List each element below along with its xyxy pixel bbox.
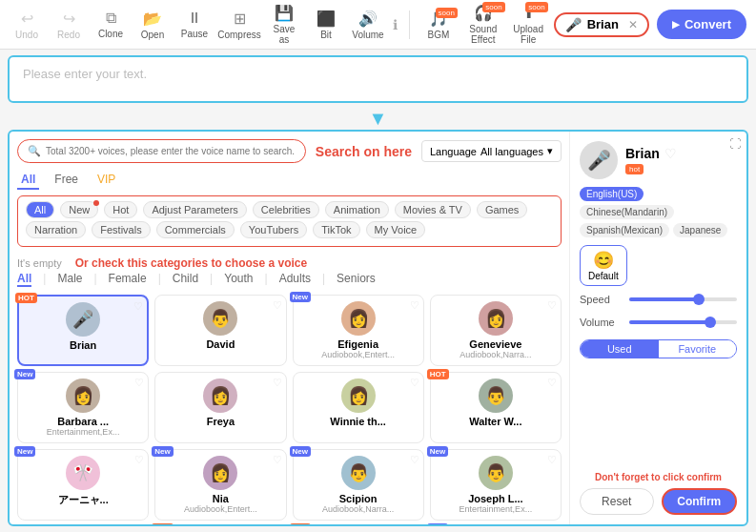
tabs-row: All Free VIP [17,171,562,190]
volume-button[interactable]: 🔊 Volume [351,10,385,40]
open-button[interactable]: 📂 Open [135,10,170,40]
heart-icon[interactable]: ♡ [273,454,282,466]
heart-icon[interactable]: ♡ [410,454,419,466]
upload-file-button[interactable]: soon ⬆ Upload File [511,4,546,45]
voice-grid: HOT 🎤 ♡ Brian 👨 ♡ David New 👩 ♡ Efigenia… [17,295,562,524]
tab-vip[interactable]: VIP [93,171,119,190]
lang-spanish[interactable]: Spanish(Mexican) [580,223,669,237]
gender-row: All | Male | Female | Child | Youth | Ad… [17,272,562,287]
cat-festivals[interactable]: Festivals [92,221,150,238]
voice-card-winnie[interactable]: 👩 ♡ Winnie th... [293,372,424,443]
cat-adjust[interactable]: Adjust Parameters [143,201,246,218]
heart-icon[interactable]: ♡ [547,299,557,312]
style-default[interactable]: 😊 Default [580,245,627,286]
voice-close-icon[interactable]: ✕ [628,18,638,31]
scipion-avatar: 👨 [341,456,376,490]
info-icon[interactable]: ℹ [393,17,398,32]
gender-child[interactable]: Child [173,272,198,287]
voice-card-nia[interactable]: New 👩 ♡ Nia Audiobook,Entert... [154,449,286,521]
undo-button[interactable]: ↩ Undo [10,10,44,40]
bit-button[interactable]: ⬛ Bit [309,10,343,40]
speed-slider[interactable] [629,297,737,301]
convert-button[interactable]: ▶ Convert [657,10,746,39]
efigenia-avatar: 👩 [341,301,376,336]
voice-card-genevieve[interactable]: 👩 ♡ Genevieve Audiobook,Narra... [430,295,562,366]
voice-card-brian[interactable]: HOT 🎤 ♡ Brian [17,295,149,366]
lang-english[interactable]: English(US) [580,187,644,201]
cat-celebrities[interactable]: Celebrities [253,201,319,218]
voice-selector[interactable]: 🎤 Brian ✕ [554,12,649,37]
favorite-tab[interactable]: Favorite [659,340,737,358]
separator [409,10,410,39]
heart-icon[interactable]: ♡ [273,377,282,389]
bgm-button[interactable]: soon 🎵 BGM [421,10,456,40]
pause-button[interactable]: ⏸ Pause [177,10,212,39]
compress-button[interactable]: ⊞ Compress [219,10,259,40]
cat-movies-tv[interactable]: Movies & TV [395,201,471,218]
cat-all[interactable]: All [26,201,54,218]
heart-icon[interactable]: ♡ [547,377,557,389]
selected-voice-info: Brian ♡ hot [625,146,677,174]
check-hint: Or check this categories to choose a voi… [75,256,307,270]
heart-icon[interactable]: ♡ [547,454,557,466]
gender-female[interactable]: Female [109,272,147,287]
voice-card-joseph[interactable]: New 👨 ♡ Joseph L... Entertainment,Ex... [430,449,562,521]
david-avatar: 👨 [203,301,237,336]
used-tab[interactable]: Used [581,340,659,358]
gender-male[interactable]: Male [57,272,82,287]
heart-icon[interactable]: ♡ [410,299,419,312]
heart-icon[interactable]: ♡ [410,377,419,389]
voice-card-scipion[interactable]: New 👨 ♡ Scipion Audiobook,Narra... [293,449,424,521]
voice-card-anime[interactable]: New 🎌 ♡ アーニャ... [17,449,149,521]
search-input[interactable] [46,146,296,156]
heart-icon[interactable]: ♡ [133,300,143,313]
pause-icon: ⏸ [187,10,202,27]
gender-youth[interactable]: Youth [224,272,253,287]
cat-commercials[interactable]: Commercials [156,221,235,238]
voice-card-efigenia[interactable]: New 👩 ♡ Efigenia Audiobook,Entert... [293,295,424,366]
cat-games[interactable]: Games [477,201,527,218]
volume-label: Volume [580,317,622,328]
lang-japanese[interactable]: Japanese [673,223,727,237]
sound-effect-button[interactable]: soon 🎧 Sound Effect [463,4,503,45]
heart-icon[interactable]: ♡ [134,454,144,466]
cat-animation[interactable]: Animation [325,201,389,218]
tab-all[interactable]: All [17,171,39,190]
bgm-badge: soon [436,8,458,18]
cat-narration[interactable]: Narration [26,221,86,238]
heart-icon[interactable]: ♡ [273,299,282,312]
voice-card-freya[interactable]: 👩 ♡ Freya [154,372,286,443]
cat-new[interactable]: New [60,201,98,218]
clone-button[interactable]: ⧉ Clone [93,10,128,39]
expand-icon[interactable]: ⛶ [729,137,741,151]
gender-seniors[interactable]: Seniors [337,272,376,287]
down-arrow: ▼ [0,109,756,128]
tab-free[interactable]: Free [51,171,82,190]
upload-badge: soon [525,2,547,12]
save-icon: 💾 [275,4,294,22]
lang-chinese[interactable]: Chinese(Mandarin) [580,205,674,219]
cat-youtubers[interactable]: YouTubers [240,221,307,238]
speed-thumb[interactable] [693,294,705,305]
save-as-button[interactable]: 💾 Save as [267,4,301,45]
speed-slider-row: Speed [580,294,737,305]
cat-hot[interactable]: Hot [104,201,137,218]
language-select[interactable]: Language All languages ▾ [421,140,562,162]
speed-fill [629,297,699,301]
cat-my-voice[interactable]: My Voice [366,221,426,238]
cat-tiktok[interactable]: TikTok [313,221,359,238]
voice-hot-badge: hot [625,164,644,174]
gender-adults[interactable]: Adults [279,272,311,287]
volume-slider[interactable] [629,320,737,324]
voice-card-david[interactable]: 👨 ♡ David [154,295,286,366]
walter-avatar: 👨 [479,379,513,413]
voice-card-barbara[interactable]: New 👩 ♡ Barbara ... Entertainment,Ex... [17,372,149,443]
confirm-button[interactable]: Confirm [662,488,738,515]
voice-card-walter[interactable]: HOT 👨 ♡ Walter W... [430,372,562,443]
favorite-heart-icon[interactable]: ♡ [664,146,677,161]
redo-button[interactable]: ↪ Redo [51,10,86,40]
heart-icon[interactable]: ♡ [134,377,144,389]
reset-button[interactable]: Reset [580,488,654,515]
gender-all[interactable]: All [17,272,31,287]
volume-thumb[interactable] [705,317,716,328]
